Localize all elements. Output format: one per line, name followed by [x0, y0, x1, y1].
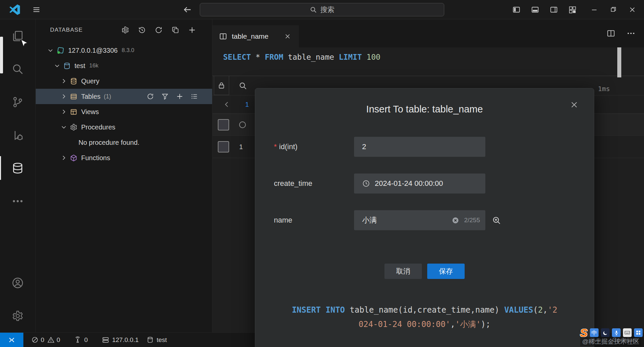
sql-code-line[interactable]: SELECT * FROM table_name LIMIT 100	[212, 47, 644, 76]
tab-table-name[interactable]: table_name	[212, 25, 299, 47]
code-token: *	[251, 53, 265, 61]
activity-account[interactable]	[0, 266, 36, 299]
id-value: 2	[362, 142, 366, 151]
tree-item-procedures[interactable]: Procedures	[36, 119, 212, 135]
chevron-down-icon[interactable]	[54, 62, 61, 69]
problems-status[interactable]: 0 0	[31, 336, 60, 344]
remote-indicator[interactable]	[0, 333, 23, 347]
zoom-in-icon[interactable]	[492, 216, 501, 225]
field-label-name: name	[274, 216, 354, 225]
results-search-icon[interactable]	[238, 81, 247, 90]
name-input[interactable]: 小满 2/255	[354, 210, 485, 230]
chevron-down-icon[interactable]	[47, 47, 54, 54]
clear-input-icon[interactable]	[452, 217, 459, 224]
create-time-input[interactable]: 2024-01-24 00:00:00	[354, 174, 485, 194]
tree-item-views[interactable]: Views	[36, 104, 212, 119]
warning-icon	[47, 336, 54, 343]
activity-explorer[interactable]	[0, 19, 36, 52]
tables-count-badge: (1)	[104, 93, 111, 100]
dialog-close-icon[interactable]	[569, 99, 580, 110]
microphone-icon[interactable]	[612, 328, 621, 337]
database-tree: 127.0.0.1@3306 8.3.0 test 16k Query	[36, 43, 212, 165]
moon-mode-icon[interactable]	[601, 328, 610, 337]
split-editor-icon[interactable]	[607, 29, 615, 38]
scrollbar-thumb[interactable]	[617, 47, 621, 77]
toggle-secondary-sidebar-icon[interactable]	[550, 6, 558, 14]
editor-more-actions-icon[interactable]	[627, 29, 635, 38]
keyboard-icon[interactable]	[623, 328, 632, 337]
code-token: SELECT	[223, 53, 251, 61]
ports-count: 0	[84, 336, 88, 344]
code-token: table_name	[283, 53, 339, 61]
tab-close-icon[interactable]	[284, 32, 292, 40]
toggle-panel-icon[interactable]	[531, 6, 539, 14]
page-number[interactable]: 1	[245, 101, 249, 108]
history-icon[interactable]	[138, 26, 146, 34]
table-filter-icon[interactable]	[161, 93, 169, 100]
table-list-icon[interactable]	[191, 93, 198, 100]
edge-highlight	[0, 37, 3, 73]
table-add-icon[interactable]	[176, 93, 183, 100]
table-refresh-icon[interactable]	[147, 93, 154, 100]
views-label: Views	[81, 108, 99, 116]
activity-more[interactable]	[0, 185, 36, 218]
add-connection-icon[interactable]	[188, 26, 196, 34]
dialog-title: Insert To table: table_name	[255, 104, 594, 115]
search-input[interactable]: 搜索	[200, 3, 444, 16]
chevron-right-icon[interactable]	[60, 93, 68, 100]
chevron-right-icon[interactable]	[60, 108, 68, 115]
vscode-window: 搜索	[0, 0, 644, 347]
grid-apps-icon[interactable]	[634, 328, 643, 337]
procedures-icon	[70, 123, 77, 131]
back-arrow-icon[interactable]	[183, 5, 192, 14]
db-settings-icon[interactable]	[121, 26, 129, 34]
activity-search[interactable]	[0, 52, 36, 85]
duplicate-icon[interactable]	[171, 26, 179, 34]
select-all-checkbox[interactable]	[218, 119, 229, 130]
id-input[interactable]: 2	[354, 137, 485, 157]
ime-chinese-icon[interactable]: 中	[590, 328, 599, 337]
tree-item-connection[interactable]: 127.0.0.1@3306 8.3.0	[36, 43, 212, 58]
sql-preview: INSERT INTO table_name(id,create_time,na…	[255, 303, 594, 332]
sidebar-database-panel: DATABASE 127.0.0.1@3306 8.3.0	[36, 19, 212, 332]
chevron-right-icon[interactable]	[60, 154, 68, 161]
functions-label: Functions	[81, 154, 110, 162]
tab-label: table_name	[232, 32, 269, 40]
query-cost: 1ms	[598, 85, 610, 93]
activity-source-control[interactable]	[0, 85, 36, 118]
activity-settings[interactable]	[0, 299, 36, 332]
database-label: test	[74, 62, 85, 70]
database-icon	[63, 62, 71, 70]
host-status[interactable]: 127.0.0.1	[102, 336, 139, 344]
prev-page-icon[interactable]	[223, 101, 230, 108]
tree-item-tables[interactable]: Tables (1)	[36, 89, 212, 104]
warning-count: 0	[57, 336, 60, 344]
cancel-button[interactable]: 取消	[384, 264, 422, 279]
chevron-right-icon[interactable]	[60, 78, 68, 84]
insert-dialog: Insert To table: table_name * id(int) 2	[255, 88, 594, 347]
database-icon	[147, 336, 154, 343]
query-icon	[70, 77, 77, 85]
code-token: LIMIT	[339, 53, 362, 61]
activity-run-debug[interactable]	[0, 118, 36, 151]
tree-item-database-test[interactable]: test 16k	[36, 58, 212, 73]
sogou-input-icon[interactable]: S	[580, 327, 588, 338]
sidebar-title: DATABASE	[50, 27, 83, 33]
lock-icon[interactable]	[214, 76, 229, 95]
minimize-button[interactable]	[589, 5, 599, 15]
customize-layout-icon[interactable]	[569, 6, 577, 14]
menu-hamburger-icon[interactable]	[32, 5, 41, 14]
refresh-icon[interactable]	[155, 26, 163, 34]
tree-item-query[interactable]: Query	[36, 73, 212, 89]
close-window-button[interactable]	[627, 5, 637, 15]
toggle-sidebar-icon[interactable]	[512, 6, 520, 14]
chevron-down-icon[interactable]	[60, 124, 68, 130]
row-checkbox[interactable]	[218, 141, 229, 152]
code-token: FROM	[265, 53, 283, 61]
active-database-status[interactable]: test	[147, 336, 167, 344]
ports-status[interactable]: 0	[74, 336, 88, 344]
save-button[interactable]: 保存	[427, 264, 465, 279]
tree-item-functions[interactable]: Functions	[36, 150, 212, 165]
activity-database[interactable]	[0, 151, 36, 185]
restore-button[interactable]	[609, 5, 618, 15]
